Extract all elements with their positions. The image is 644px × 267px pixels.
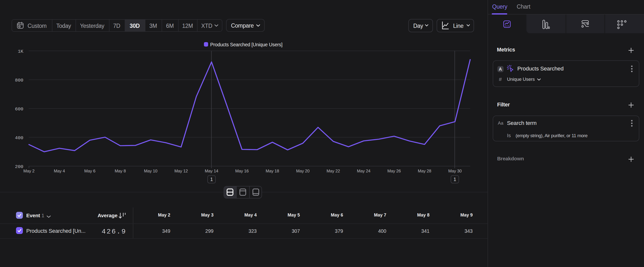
svg-text:May 28: May 28 <box>418 169 432 173</box>
svg-text:400: 400 <box>15 135 23 141</box>
svg-text:800: 800 <box>15 78 23 83</box>
svg-text:May 2: May 2 <box>23 169 34 173</box>
svg-text:May 4: May 4 <box>54 169 65 173</box>
svg-text:May 18: May 18 <box>266 169 279 173</box>
svg-text:May 8: May 8 <box>115 169 126 173</box>
svg-text:May 6: May 6 <box>84 169 95 173</box>
svg-text:200: 200 <box>15 164 23 169</box>
svg-text:May 20: May 20 <box>296 169 310 173</box>
svg-text:May 22: May 22 <box>326 169 340 173</box>
svg-text:1: 1 <box>453 177 456 182</box>
svg-text:600: 600 <box>15 106 23 112</box>
svg-text:1: 1 <box>210 177 213 182</box>
svg-text:May 30: May 30 <box>448 169 462 173</box>
svg-text:May 26: May 26 <box>388 169 401 173</box>
svg-text:May 16: May 16 <box>235 169 249 173</box>
svg-text:1K: 1K <box>18 49 23 54</box>
svg-text:May 10: May 10 <box>144 169 158 173</box>
svg-text:May 14: May 14 <box>205 169 218 173</box>
svg-text:May 24: May 24 <box>357 169 370 173</box>
svg-text:May 12: May 12 <box>174 169 188 173</box>
